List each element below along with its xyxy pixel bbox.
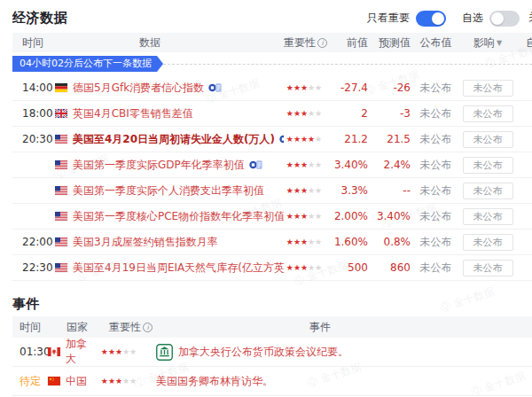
- importance-stars: ★★★★★: [284, 186, 325, 195]
- row-indicator: 英国4月CBI零售销售差值: [55, 106, 284, 121]
- col-time: 时间: [12, 35, 55, 51]
- col-forecast: 预测值: [368, 35, 411, 51]
- col-published: 公布值: [411, 35, 461, 51]
- country-flag-icon: [55, 212, 67, 221]
- importance-stars: ★★★★★: [284, 237, 325, 246]
- toggle-knob: [491, 12, 504, 25]
- importance-stars: ★★★★★: [284, 83, 325, 92]
- col-importance: 重要性i: [94, 320, 144, 335]
- indicator-name[interactable]: 美国第一季度核心PCE物价指数年化季率初值: [73, 209, 284, 224]
- economic-data-row[interactable]: 美国第一季度核心PCE物价指数年化季率初值 ★★★★★ 2.00% 3.40% …: [12, 204, 532, 230]
- forecast-value: 21.5: [368, 133, 411, 145]
- impact-badge: 未公布: [463, 157, 513, 174]
- impact-cell: 未公布: [461, 105, 514, 122]
- filter-custom-label: 自选: [462, 11, 483, 26]
- impact-badge: 未公布: [463, 131, 513, 148]
- impact-badge: 未公布: [463, 105, 513, 122]
- country-flag-icon: [55, 186, 67, 195]
- clipped-edge-text: 关: [528, 10, 532, 25]
- country-flag-icon: [55, 109, 67, 118]
- impact-cell: 未公布: [461, 131, 514, 148]
- indicator-name[interactable]: 美国至4月19日当周EIA天然气库存(亿立方英尺): [73, 261, 284, 276]
- row-indicator: 美国至4月19日当周EIA天然气库存(亿立方英尺): [55, 261, 284, 276]
- col-event: 事件: [144, 320, 532, 335]
- previous-value: 500: [325, 261, 368, 274]
- country-flag-icon: [55, 135, 67, 144]
- importance-stars: ★★★★★: [284, 160, 325, 169]
- economic-data-row[interactable]: 22:00 美国3月成屋签约销售指数月率 ★★★★★ 1.60% 0.8% 未公…: [12, 230, 532, 255]
- row-indicator: 美国第一季度实际GDP年化季率初值: [55, 158, 284, 173]
- col-data: 数据: [55, 35, 284, 51]
- events-table-header: 时间 国家 重要性i 事件: [12, 316, 532, 338]
- importance-stars: ★★★★★: [284, 109, 325, 118]
- indicator-name[interactable]: 美国至4月20日当周初请失业金人数(万人): [73, 132, 275, 147]
- event-text[interactable]: 加拿大央行公布货币政策会议纪要。: [178, 345, 348, 360]
- event-row[interactable]: 待定 中国 ★★★★★ 美国国务卿布林肯访华。: [12, 367, 532, 396]
- event-time: 待定: [12, 374, 48, 389]
- published-value: 未公布: [411, 235, 461, 250]
- dashed-timeline: [163, 64, 532, 65]
- filter-important-toggle[interactable]: [416, 11, 446, 27]
- row-time: 22:00: [12, 236, 55, 248]
- impact-badge: 未公布: [463, 234, 513, 251]
- indicator-name[interactable]: 美国3月成屋签约销售指数月率: [73, 235, 218, 250]
- event-country: 加拿大: [48, 337, 94, 367]
- economic-data-row[interactable]: 美国第一季度实际个人消费支出季率初值 ★★★★★ 3.3% -- 未公布 未公布: [12, 178, 532, 204]
- forecast-value: 3.40%: [368, 210, 411, 222]
- economic-data-row[interactable]: 美国第一季度实际GDP年化季率初值 ★★★★★ 3.40% 2.4% 未公布 未…: [12, 152, 532, 178]
- impact-cell: 未公布: [461, 260, 514, 276]
- impact-cell: 未公布: [461, 208, 514, 225]
- col-time: 时间: [12, 320, 48, 335]
- col-country: 国家: [48, 320, 94, 335]
- event-rows: 01:30 加拿大 ★★★★★ 加拿大央行公布货币政策会议纪要。 待定 中国 ★…: [0, 338, 532, 396]
- impact-cell: 未公布: [461, 157, 514, 174]
- published-value: 未公布: [411, 209, 461, 224]
- impact-badge: 未公布: [463, 208, 513, 225]
- forecast-value: --: [368, 184, 411, 197]
- economic-rows: 14:00 德国5月Gfk消费者信心指数 ★★★★★ -27.4 -26 未公布…: [0, 75, 532, 281]
- economic-data-row[interactable]: 14:00 德国5月Gfk消费者信心指数 ★★★★★ -27.4 -26 未公布…: [12, 75, 532, 101]
- impact-cell: 未公布: [461, 80, 514, 97]
- importance-stars: ★★★★★: [94, 347, 144, 356]
- published-value: 未公布: [411, 106, 461, 121]
- impact-cell: 未公布: [461, 183, 514, 199]
- previous-value: 2.00%: [325, 210, 368, 222]
- indicator-name[interactable]: 美国第一季度实际个人消费支出季率初值: [73, 183, 264, 198]
- history-data-icon[interactable]: [249, 160, 262, 170]
- published-value: 未公布: [411, 158, 461, 173]
- indicator-name[interactable]: 英国4月CBI零售销售差值: [73, 106, 193, 121]
- event-cell: 加拿大央行公布货币政策会议纪要。: [144, 344, 532, 361]
- forecast-value: -3: [368, 107, 411, 120]
- event-text[interactable]: 美国国务卿布林肯访华。: [156, 374, 273, 389]
- filter-important-label: 只看重要: [367, 11, 410, 26]
- page-title: 经济数据: [12, 10, 67, 27]
- indicator-name[interactable]: 德国5月Gfk消费者信心指数: [73, 81, 204, 96]
- col-importance: 重要性i: [284, 35, 325, 51]
- importance-stars: ★★★★★: [94, 377, 144, 385]
- previous-value: 21.2: [325, 133, 368, 145]
- previous-value: -27.4: [325, 82, 368, 94]
- economic-data-row[interactable]: 22:30 美国至4月19日当周EIA天然气库存(亿立方英尺) ★★★★★ 50…: [12, 255, 532, 281]
- row-indicator: 美国至4月20日当周初请失业金人数(万人): [55, 132, 284, 147]
- impact-badge: 未公布: [463, 80, 513, 97]
- filter-custom-toggle[interactable]: [489, 11, 520, 27]
- economic-data-row[interactable]: 20:30 美国至4月20日当周初请失业金人数(万人) ★★★★★ 21.2 2…: [12, 127, 532, 152]
- economic-data-row[interactable]: 18:00 英国4月CBI零售销售差值 ★★★★★ 2 -3 未公布 未公布: [12, 101, 532, 127]
- event-country: 中国: [48, 374, 94, 389]
- toggle-knob: [432, 12, 444, 25]
- previous-value: 1.60%: [325, 236, 368, 248]
- indicator-name[interactable]: 美国第一季度实际GDP年化季率初值: [73, 158, 245, 173]
- impact-badge: 未公布: [463, 260, 513, 276]
- economic-table-header: 时间 数据 重要性i 前值 预测值 公布值 影响▼ 自选: [12, 33, 532, 52]
- country-flag-icon: [55, 237, 67, 246]
- impact-cell: 未公布: [461, 234, 514, 251]
- event-row[interactable]: 01:30 加拿大 ★★★★★ 加拿大央行公布货币政策会议纪要。: [12, 338, 532, 367]
- countdown-ribbon: 04小时02分后公布下一条数据: [12, 56, 163, 72]
- chevron-down-icon: ▼: [497, 39, 502, 47]
- importance-stars: ★★★★★: [284, 135, 325, 144]
- row-time: 22:30: [12, 261, 55, 274]
- col-previous: 前值: [325, 35, 368, 51]
- col-impact-sort[interactable]: 影响▼: [461, 35, 514, 51]
- history-data-icon[interactable]: [208, 82, 222, 93]
- importance-stars: ★★★★★: [284, 212, 325, 221]
